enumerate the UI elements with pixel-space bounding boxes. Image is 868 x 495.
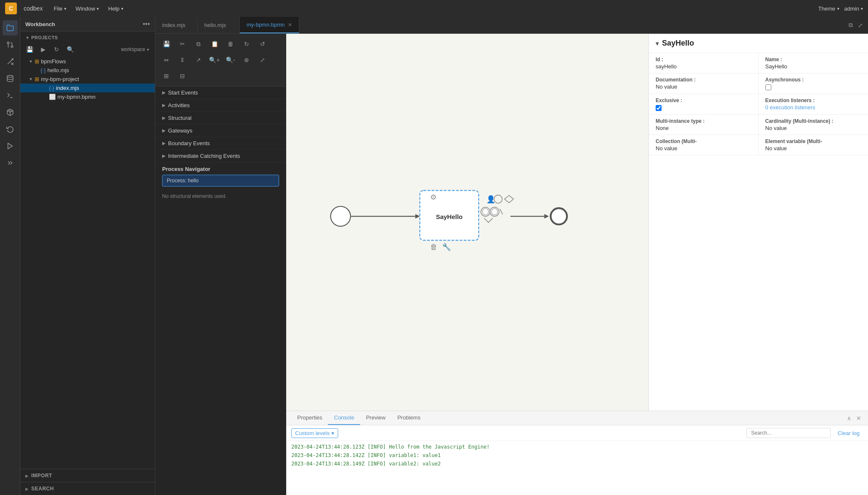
paste-btn[interactable]: 📋 [207, 36, 222, 51]
zoom-fit-btn[interactable]: ⊕ [239, 52, 254, 68]
collapse-bottom-btn[interactable]: ∧ [845, 413, 853, 423]
bottom-tab-problems[interactable]: Problems [391, 411, 426, 425]
sidebar-history-btn[interactable] [3, 122, 18, 137]
layout-btn[interactable]: ⊞ [159, 68, 174, 84]
bottom-tab-preview[interactable]: Preview [360, 411, 391, 425]
prop-exec-listeners: Execution listeners : 0 execution listen… [759, 94, 868, 115]
split-view-btn[interactable]: ⧉ [847, 20, 854, 30]
run-btn[interactable]: ▶ [37, 43, 49, 55]
tree-my-bpm-project[interactable]: ▼ ⊞ my-bpm-project [20, 75, 155, 84]
clear-log-btn[interactable]: Clear log [834, 429, 863, 438]
tree-index-mjs[interactable]: {·} index.mjs [20, 84, 155, 92]
sidebar-more-btn[interactable] [3, 155, 18, 170]
navbar-right: Theme ▾ admin ▾ [818, 5, 863, 12]
tab-actions: ⧉ ⤢ [844, 17, 868, 33]
sidebar-more-options[interactable]: ••• [143, 20, 150, 28]
palette-start-events[interactable]: ▶ Start Events [155, 87, 286, 99]
process-navigator: Process Navigator Process: hello [155, 162, 286, 190]
save-diagram-btn[interactable]: 💾 [159, 36, 174, 51]
svg-point-10 [331, 206, 350, 226]
align-h-btn[interactable]: ⇔ [159, 52, 174, 68]
prop-element-var-label: Element variable (Multi- [765, 138, 862, 144]
align-v-btn[interactable]: ⇕ [175, 52, 190, 68]
tab-bpmn-close[interactable]: ✕ [288, 22, 292, 28]
sidebar-git-btn[interactable] [3, 37, 18, 52]
zoom-in-btn[interactable]: 🔍+ [207, 52, 222, 68]
connect-btn[interactable]: ↗ [191, 52, 206, 68]
prop-collection-label: Collection (Multi- [656, 138, 751, 144]
console-search-input[interactable] [746, 428, 831, 438]
sidebar-db-btn[interactable] [3, 71, 18, 86]
sidebar-package-btn[interactable] [3, 105, 18, 120]
log-entry-1: 2023-04-24T13:44:28.123Z [INFO] Hello fr… [291, 443, 863, 451]
admin-dropdown[interactable]: admin ▾ [844, 5, 863, 12]
sidebar-toolbar: 💾 ▶ ↻ 🔍 workspace ▾ [20, 42, 155, 57]
search-label: SEARCH [31, 486, 54, 492]
close-bottom-btn[interactable]: ✕ [854, 413, 863, 423]
prop-collection-value: No value [656, 145, 751, 151]
properties-chevron: ▾ [656, 40, 659, 47]
prop-async-checkbox[interactable] [765, 84, 771, 90]
file-menu[interactable]: File ▾ [49, 4, 71, 14]
prop-id-value: sayHello [656, 63, 751, 70]
fullscreen-btn[interactable]: ⤢ [856, 20, 865, 30]
sidebar-deploy-btn[interactable] [3, 54, 18, 69]
prop-multi-type-value: None [656, 125, 751, 131]
prop-doc-label: Documentation : [656, 77, 751, 83]
bpmn-canvas[interactable]: ⚙ SayHello 👤 [286, 34, 648, 411]
cut-btn[interactable]: ✂ [175, 36, 190, 51]
tab-index[interactable]: index.mjs [155, 17, 198, 33]
tab-index-label: index.mjs [162, 22, 185, 28]
tab-hello[interactable]: hello.mjs [198, 17, 240, 33]
palette-intermediate[interactable]: ▶ Intermediate Catching Events [155, 150, 286, 162]
bottom-tab-bar: Properties Console Preview Problems ∧ ✕ [286, 411, 868, 425]
help-menu[interactable]: Help ▾ [104, 4, 127, 14]
theme-dropdown[interactable]: Theme ▾ [818, 5, 839, 12]
undo-btn[interactable]: ↺ [255, 36, 270, 51]
sidebar-files-btn[interactable] [3, 20, 18, 35]
route-btn[interactable]: ⊟ [175, 68, 190, 84]
palette-boundary-events[interactable]: ▶ Boundary Events [155, 137, 286, 150]
navbar: C codbex File ▾ Window ▾ Help ▾ Theme ▾ … [0, 0, 868, 17]
workspace-dropdown[interactable]: workspace ▾ [119, 46, 152, 53]
zoom-reset-btn[interactable]: ⤢ [255, 52, 270, 68]
search-section[interactable]: ▶ SEARCH [20, 482, 155, 495]
file-sidebar: Workbench ••• ▼ PROJECTS 💾 ▶ ↻ 🔍 workspa… [20, 17, 155, 495]
tree-my-bpmn[interactable]: ⬜ my-bpmn.bpmn [20, 92, 155, 101]
refresh-btn[interactable]: ↻ [51, 43, 62, 55]
prop-exclusive-label: Exclusive : [656, 97, 751, 103]
import-section[interactable]: ▶ IMPORT [20, 469, 155, 482]
search-btn[interactable]: 🔍 [64, 43, 76, 55]
palette-gateways[interactable]: ▶ Gateways [155, 124, 286, 137]
prop-multi-type-label: Multi-instance type : [656, 118, 751, 124]
sidebar-terminal-btn[interactable] [3, 88, 18, 103]
app-logo: C [5, 3, 17, 14]
prop-exec-listeners-value[interactable]: 0 execution listeners [765, 104, 862, 111]
delete-btn[interactable]: 🗑 [223, 36, 238, 51]
properties-panel: ▾ SayHello Id : sayHello Name : [648, 34, 868, 411]
tab-bpmn[interactable]: my-bpmn.bpmn ✕ [240, 17, 299, 33]
intermediate-label: Intermediate Catching Events [168, 153, 240, 159]
custom-levels-dropdown[interactable]: Custom levels ▾ [291, 428, 338, 438]
process-nav-hello[interactable]: Process: hello [162, 175, 279, 187]
palette-structural[interactable]: ▶ Structural [155, 112, 286, 124]
sidebar-run-btn[interactable] [3, 138, 18, 154]
tree-bpmflows[interactable]: ▼ ⊞ bpmFlows [20, 57, 155, 66]
prop-element-var-value: No value [765, 145, 862, 151]
redo-btn[interactable]: ↻ [239, 36, 254, 51]
bottom-tab-properties[interactable]: Properties [291, 411, 328, 425]
zoom-out-btn[interactable]: 🔍- [223, 52, 238, 68]
bottom-tab-console[interactable]: Console [328, 411, 360, 425]
tree-hello-mjs[interactable]: {·} hello.mjs [20, 66, 155, 75]
structural-label: Structural [168, 115, 192, 121]
properties-title-label: SayHello [662, 39, 694, 48]
window-menu[interactable]: Window ▾ [71, 4, 103, 14]
palette-activities[interactable]: ▶ Activities [155, 99, 286, 112]
copy-btn[interactable]: ⧉ [191, 36, 206, 51]
prop-name: Name : SayHello [759, 53, 868, 73]
collapse-projects-chevron[interactable]: ▼ [25, 35, 30, 40]
my-bpmn-label: my-bpmn.bpmn [57, 94, 95, 100]
save-btn[interactable]: 💾 [24, 43, 35, 55]
workspace-chevron: ▾ [147, 47, 149, 52]
prop-exclusive-checkbox[interactable] [656, 105, 662, 111]
